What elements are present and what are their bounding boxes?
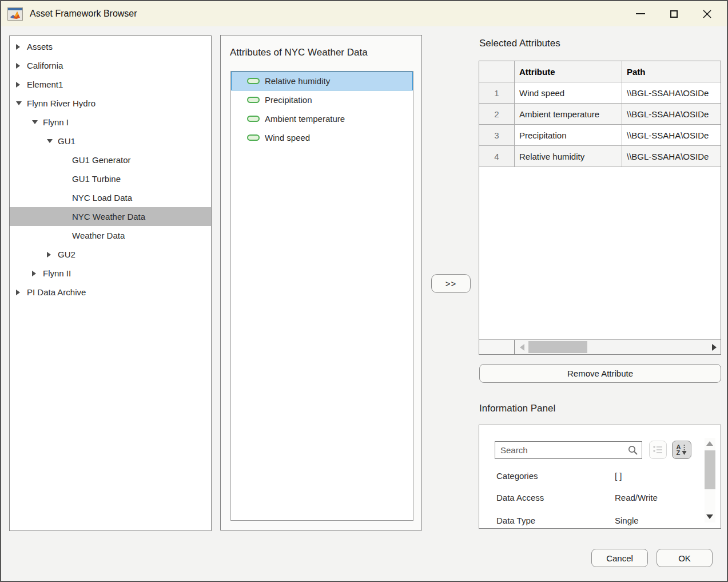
- row-attribute: Precipitation: [515, 125, 622, 145]
- chevron-right-icon: [16, 82, 20, 88]
- attributes-panel: Attributes of NYC Weather Data Relative …: [220, 35, 422, 530]
- tree-item-label: GU1: [10, 136, 75, 146]
- tree-item-gu1-generator[interactable]: GU1 Generator: [10, 151, 211, 169]
- tree-item-element1[interactable]: Element1: [10, 75, 211, 94]
- row-number: 3: [479, 125, 515, 145]
- tree-item-label: Flynn River Hydro: [10, 98, 96, 108]
- property-row-categories[interactable]: Categories [ ]: [479, 465, 721, 487]
- row-attribute: Relative humidity: [515, 146, 622, 167]
- tree-item-flynn-river-hydro[interactable]: Flynn River Hydro: [10, 94, 211, 113]
- chevron-down-icon: [32, 120, 38, 124]
- selected-attributes-title: Selected Attributes: [479, 38, 560, 49]
- table-header-row: Attribute Path: [479, 61, 721, 82]
- attribute-item-label: Relative humidity: [265, 76, 330, 86]
- table-empty-area: [479, 167, 721, 339]
- group-list-icon: [653, 445, 663, 455]
- sort-az-button[interactable]: AZ: [672, 441, 691, 459]
- sort-arrow-icon: [682, 444, 687, 456]
- search-input[interactable]: [495, 441, 642, 459]
- tree-item-nyc-load-data[interactable]: NYC Load Data: [10, 188, 211, 207]
- sort-az-icon: AZ: [677, 444, 681, 456]
- attribute-pill-icon: [247, 78, 260, 84]
- add-attribute-button[interactable]: >>: [431, 274, 471, 293]
- table-header-path: Path: [622, 61, 721, 82]
- property-name: Categories: [496, 465, 538, 487]
- vertical-scrollbar-thumb[interactable]: [705, 450, 715, 489]
- cancel-button[interactable]: Cancel: [591, 549, 648, 567]
- tree-item-weather-data[interactable]: Weather Data: [10, 226, 211, 245]
- close-button[interactable]: [690, 2, 723, 25]
- row-number: 4: [479, 146, 515, 167]
- property-value: Read/Write: [615, 487, 658, 509]
- table-row[interactable]: 3 Precipitation \\BGL-SSAHA\OSIDe: [479, 125, 721, 146]
- row-path: \\BGL-SSAHA\OSIDe: [622, 146, 721, 167]
- attributes-panel-title: Attributes of NYC Weather Data: [230, 47, 368, 58]
- scroll-right-icon[interactable]: [712, 344, 717, 351]
- scrollbar-corner-cell: [479, 340, 515, 354]
- attribute-item-label: Ambient temperature: [265, 114, 345, 124]
- tree-item-label: Flynn I: [10, 117, 69, 127]
- minimize-icon: [636, 13, 645, 14]
- maximize-button[interactable]: [657, 2, 690, 25]
- tree-item-gu1[interactable]: GU1: [10, 132, 211, 151]
- maximize-icon: [670, 10, 678, 18]
- asset-tree: Assets California Element1 Flynn River H…: [9, 35, 212, 531]
- close-icon: [702, 9, 712, 19]
- scroll-down-icon[interactable]: [706, 514, 713, 519]
- attribute-item-ambient-temperature[interactable]: Ambient temperature: [231, 109, 413, 128]
- row-attribute: Ambient temperature: [515, 104, 622, 124]
- chevron-right-icon: [16, 63, 20, 69]
- tree-item-flynn-i[interactable]: Flynn I: [10, 113, 211, 132]
- horizontal-scrollbar-track[interactable]: [515, 340, 721, 354]
- scroll-up-icon[interactable]: [706, 441, 713, 446]
- chevron-right-icon: [32, 271, 36, 276]
- tree-item-california[interactable]: California: [10, 56, 211, 75]
- tree-item-nyc-weather-data[interactable]: NYC Weather Data: [10, 207, 211, 226]
- table-header-number: [479, 61, 515, 82]
- information-panel-title: Information Panel: [479, 403, 555, 414]
- remove-attribute-button[interactable]: Remove Attribute: [479, 364, 721, 383]
- selected-attributes-table: Attribute Path 1 Wind speed \\BGL-SSAHA\…: [479, 61, 721, 355]
- tree-item-label: GU1 Turbine: [10, 174, 121, 184]
- table-row[interactable]: 4 Relative humidity \\BGL-SSAHA\OSIDe: [479, 146, 721, 167]
- row-number: 1: [479, 82, 515, 103]
- horizontal-scrollbar-thumb[interactable]: [528, 341, 587, 353]
- title-bar: Asset Framework Browser: [1, 1, 727, 26]
- window-title: Asset Framework Browser: [30, 9, 137, 19]
- tree-item-label: Flynn II: [10, 268, 71, 278]
- attribute-item-label: Precipitation: [265, 95, 312, 105]
- tree-item-label: Weather Data: [10, 231, 125, 240]
- property-value: Single: [615, 510, 639, 529]
- attribute-pill-icon: [247, 116, 260, 122]
- ok-button[interactable]: OK: [657, 549, 713, 567]
- attribute-item-wind-speed[interactable]: Wind speed: [231, 128, 413, 147]
- tree-item-flynn-ii[interactable]: Flynn II: [10, 264, 211, 283]
- tree-item-pi-data-archive[interactable]: PI Data Archive: [10, 283, 211, 302]
- row-number: 2: [479, 104, 515, 124]
- information-panel: AZ Categories [ ] Data Access Read/Write…: [479, 425, 721, 529]
- tree-item-gu2[interactable]: GU2: [10, 245, 211, 264]
- scroll-left-icon[interactable]: [520, 344, 524, 351]
- attribute-pill-icon: [247, 97, 260, 103]
- minimize-button[interactable]: [624, 2, 657, 25]
- vertical-scrollbar-track[interactable]: [705, 438, 715, 522]
- attribute-item-precipitation[interactable]: Precipitation: [231, 90, 413, 109]
- attributes-list: Relative humidity Precipitation Ambient …: [230, 71, 413, 521]
- tree-item-gu1-turbine[interactable]: GU1 Turbine: [10, 169, 211, 188]
- asset-framework-browser-window: Asset Framework Browser Assets Californi…: [0, 0, 728, 582]
- table-row[interactable]: 1 Wind speed \\BGL-SSAHA\OSIDe: [479, 82, 721, 104]
- attribute-pill-icon: [247, 134, 260, 141]
- tree-item-label: GU2: [10, 250, 75, 259]
- attribute-item-relative-humidity[interactable]: Relative humidity: [231, 72, 413, 90]
- table-row[interactable]: 2 Ambient temperature \\BGL-SSAHA\OSIDe: [479, 104, 721, 125]
- group-properties-button[interactable]: [649, 441, 667, 459]
- property-row-data-type[interactable]: Data Type Single: [479, 510, 721, 529]
- chevron-right-icon: [16, 290, 20, 295]
- property-name: Data Type: [496, 510, 535, 529]
- property-row-data-access[interactable]: Data Access Read/Write: [479, 487, 721, 509]
- attribute-item-label: Wind speed: [265, 133, 310, 142]
- row-attribute: Wind speed: [515, 82, 622, 103]
- tree-item-label: NYC Weather Data: [10, 212, 145, 221]
- table-header-attribute: Attribute: [515, 61, 622, 82]
- tree-item-assets[interactable]: Assets: [10, 37, 211, 56]
